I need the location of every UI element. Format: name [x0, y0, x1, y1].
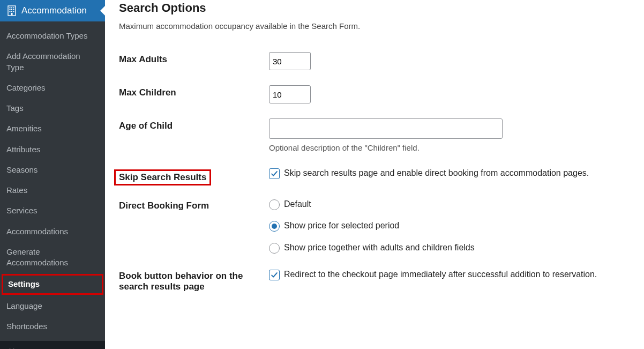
label-max-children: Max Children — [119, 80, 269, 113]
svg-rect-4 — [10, 9, 11, 10]
age-of-child-input[interactable] — [269, 118, 503, 139]
direct-booking-option-label: Show price together with adults and chil… — [284, 242, 475, 254]
max-adults-input[interactable] — [269, 52, 311, 70]
sidebar-item-settings[interactable]: Settings — [2, 274, 103, 294]
sidebar-item-amenities[interactable]: Amenities — [0, 118, 105, 139]
page-description: Maximum accommodation occupancy availabl… — [119, 21, 632, 31]
sidebar-item-accommodation-types[interactable]: Accommodation Types — [0, 26, 105, 46]
skip-search-text: Skip search results page and enable dire… — [284, 167, 589, 179]
sidebar-item-language[interactable]: Language — [0, 296, 105, 316]
sidebar-item-categories[interactable]: Categories — [0, 78, 105, 98]
book-button-checkbox[interactable] — [269, 270, 280, 280]
sidebar-item-add-accommodation-type[interactable]: Add Accommodation Type — [0, 46, 105, 78]
direct-booking-radio-0[interactable] — [269, 199, 280, 210]
svg-rect-8 — [11, 11, 12, 12]
highlight-box: Skip Search Results — [114, 169, 211, 185]
label-book-button: Book button behavior on the search resul… — [119, 263, 269, 300]
sidebar-item-accommodations[interactable]: Accommodations — [0, 221, 105, 242]
svg-rect-10 — [11, 13, 13, 16]
direct-booking-radio-1[interactable] — [269, 221, 280, 232]
book-button-text: Redirect to the checkout page immediatel… — [284, 269, 597, 280]
svg-rect-7 — [10, 11, 11, 12]
svg-rect-9 — [13, 11, 14, 12]
sidebar-item-services[interactable]: Services — [0, 201, 105, 221]
admin-sidebar: Accommodation Accommodation TypesAdd Acc… — [0, 0, 105, 349]
svg-rect-3 — [13, 8, 14, 9]
sidebar-submenu: Accommodation TypesAdd Accommodation Typ… — [0, 21, 105, 341]
svg-rect-6 — [13, 9, 14, 10]
direct-booking-option-label: Show price for selected period — [284, 220, 399, 232]
sidebar-item-seasons[interactable]: Seasons — [0, 160, 105, 180]
sidebar-item-attributes[interactable]: Attributes — [0, 139, 105, 160]
direct-booking-option-label: Default — [284, 198, 311, 210]
label-max-adults: Max Adults — [119, 47, 269, 80]
label-skip-search: Skip Search Results — [119, 162, 269, 193]
direct-booking-radio-2[interactable] — [269, 243, 280, 254]
content-area: Search Options Maximum accommodation occ… — [105, 0, 644, 349]
sidebar-item-accommodation[interactable]: Accommodation — [0, 0, 105, 21]
sidebar-item-tags[interactable]: Tags — [0, 98, 105, 118]
skip-search-checkbox[interactable] — [269, 168, 280, 179]
sidebar-item-rates[interactable]: Rates — [0, 180, 105, 201]
label-direct-booking: Direct Booking Form — [119, 193, 269, 263]
sidebar-item-bookings[interactable]: Bookings — [0, 341, 105, 349]
age-of-child-hint: Optional description of the "Children" f… — [269, 143, 632, 152]
svg-rect-5 — [11, 9, 12, 10]
building-icon — [6, 5, 17, 16]
sidebar-item-shortcodes[interactable]: Shortcodes — [0, 316, 105, 337]
max-children-input[interactable] — [269, 85, 311, 103]
label-age-of-child: Age of Child — [119, 113, 269, 162]
svg-rect-1 — [10, 8, 11, 9]
page-title: Search Options — [119, 1, 632, 15]
svg-rect-2 — [11, 8, 12, 9]
menu-label: Accommodation — [21, 5, 87, 16]
sidebar-item-generate-accommodations[interactable]: Generate Accommodations — [0, 242, 105, 273]
